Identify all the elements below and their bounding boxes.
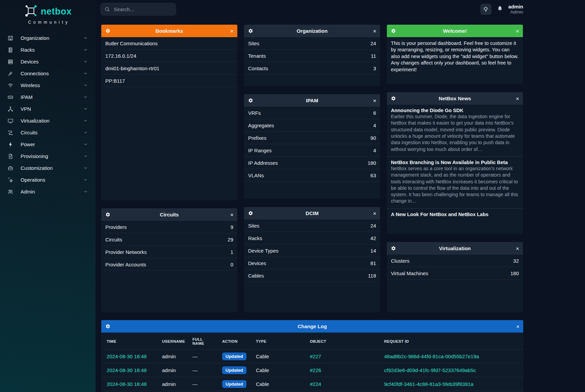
sidebar-item-virtualization[interactable]: Virtualization [0,115,96,127]
news-item-title[interactable]: Announcing the Diode Go SDK [391,108,519,113]
stat-label[interactable]: VLANs [248,173,264,178]
column-header-request-id: REQUEST ID [381,333,523,349]
stat-label[interactable]: Prefixes [248,135,266,141]
changelog-request-id-link[interactable]: cf92d3e6-d09d-41fc-9fd7-52337649ab5c [384,367,476,373]
stat-label[interactable]: Racks [248,235,262,241]
stat-label[interactable]: Provider Networks [105,249,147,255]
action-badge[interactable]: Updated [222,352,246,360]
stat-label[interactable]: Tenants [248,53,266,59]
bookmark-link[interactable]: PP:B117 [101,75,237,87]
close-icon[interactable]: × [373,210,376,216]
stat-label[interactable]: Circuits [105,237,122,242]
column-header-object: OBJECT [307,333,381,349]
sidebar-item-power[interactable]: Power [0,138,96,150]
brand[interactable]: netbox Community [0,0,96,30]
sidebar-item-label: VPN [21,106,31,112]
column-header-full-name: FULL NAME [189,333,219,349]
stat-label[interactable]: Clusters [391,258,409,264]
widget-config-button[interactable] [391,28,396,33]
stat-label[interactable]: Sites [248,223,259,229]
close-icon[interactable]: × [373,28,376,34]
sidebar-item-devices[interactable]: Devices [0,56,96,68]
stat-label[interactable]: IP Ranges [248,148,272,153]
sidebar-item-racks[interactable]: Racks [0,44,96,56]
bookmark-link[interactable]: 172.16.0.1/24 [101,50,237,62]
close-icon[interactable]: × [373,98,376,103]
stat-label[interactable]: IP Addresses [248,160,278,166]
bookmark-link[interactable]: dmi01-binghamton-rtr01 [101,62,237,75]
building-icon [7,35,14,41]
close-icon[interactable]: × [516,28,519,34]
stat-label[interactable]: Virtual Machines [391,270,428,276]
stat-value: 63 [370,173,376,178]
user-menu[interactable]: admin Admin [508,4,523,15]
widget-config-button[interactable] [391,246,396,251]
stat-value: 81 [370,260,376,266]
stat-value: 1 [231,249,233,255]
changelog-username: admin [159,377,189,391]
changelog-object-link[interactable]: #224 [310,381,321,387]
widget-config-button[interactable] [248,28,253,33]
sidebar-item-provisioning[interactable]: Provisioning [0,150,96,162]
stat-label[interactable]: Device Types [248,248,278,254]
changelog-time-link[interactable]: 2024-08-30 18:48 [107,367,147,373]
widget-config-button[interactable] [105,28,110,33]
stat-label[interactable]: Provider Accounts [105,262,146,267]
changelog-time-link[interactable]: 2024-08-30 18:48 [107,354,147,359]
stat-label[interactable]: Cables [248,273,264,279]
stat-label[interactable]: Contacts [248,66,268,71]
stat-label[interactable]: Sites [248,41,259,46]
network-nodes-icon [7,106,14,112]
sidebar-item-connections[interactable]: Connections [0,68,96,79]
close-icon[interactable]: × [230,28,234,34]
stat-value: 11 [371,53,376,59]
close-icon[interactable]: × [516,245,519,251]
action-badge[interactable]: Updated [222,366,246,374]
stat-label[interactable]: VRFs [248,110,261,116]
action-badge[interactable]: Updated [222,380,246,388]
sidebar-item-organization[interactable]: Organization [0,32,96,44]
widget-config-button[interactable] [105,324,110,329]
stat-label[interactable]: Devices [248,260,266,266]
user-role: Admin [508,9,523,15]
widget-welcome: Welcome! × This is your personal dashboa… [387,25,523,84]
brand-name: netbox [41,6,72,17]
sidebar-item-wireless[interactable]: Wireless [0,79,96,91]
notifications-button[interactable] [497,5,503,14]
stat-label[interactable]: Providers [105,224,127,230]
theme-toggle-button[interactable] [480,4,491,15]
widget-config-button[interactable] [391,96,396,101]
bookmark-link[interactable]: Butler Communications [101,37,237,50]
news-item-title[interactable]: A New Look For NetBox and NetBox Labs [391,212,519,217]
chevron-down-icon [83,165,88,171]
widget-title: Virtualization [400,245,509,251]
search-input[interactable] [113,6,162,12]
changelog-time-link[interactable]: 2024-08-30 18:48 [107,381,147,387]
chevron-down-icon [83,59,88,64]
sidebar-item-circuits[interactable]: Circuits [0,127,96,138]
close-icon[interactable]: × [516,96,519,101]
widget-config-button[interactable] [248,211,253,216]
sidebar-item-operations[interactable]: Operations [0,174,96,186]
change-log-table: TIME USERNAME FULL NAME ACTION TYPE OBJE… [101,333,523,392]
changelog-object-link[interactable]: #226 [310,367,321,373]
sidebar-item-customization[interactable]: Customization [0,162,96,174]
changelog-username: admin [159,363,189,377]
changelog-request-id-link[interactable]: 9cf40fdf-3461-4c88-81a3-5feb39f8391a [384,381,473,387]
changelog-request-id-link[interactable]: 48ad8b2c-986d-44fd-81ca-00d55b27e19a [384,354,479,359]
close-icon[interactable]: × [230,212,234,217]
stat-label[interactable]: Aggregates [248,123,274,128]
widget-virtualization: Virtualization × Clusters32 Virtual Mach… [387,242,523,312]
changelog-object-link[interactable]: #227 [310,354,321,359]
widget-circuits: Circuits × Providers9 Circuits29 Provide… [101,208,237,312]
sidebar-item-ipam[interactable]: IPAM [0,91,96,103]
close-icon[interactable]: × [516,323,520,329]
news-item-title[interactable]: NetBox Branching is Now Available in Pub… [391,160,519,165]
chevron-down-icon [83,142,88,147]
sidebar-item-vpn[interactable]: VPN [0,103,96,115]
changelog-username: admin [159,349,189,363]
search-box[interactable] [100,3,176,16]
sidebar-item-admin[interactable]: Admin [0,186,96,198]
widget-config-button[interactable] [248,98,253,103]
widget-config-button[interactable] [105,212,110,217]
